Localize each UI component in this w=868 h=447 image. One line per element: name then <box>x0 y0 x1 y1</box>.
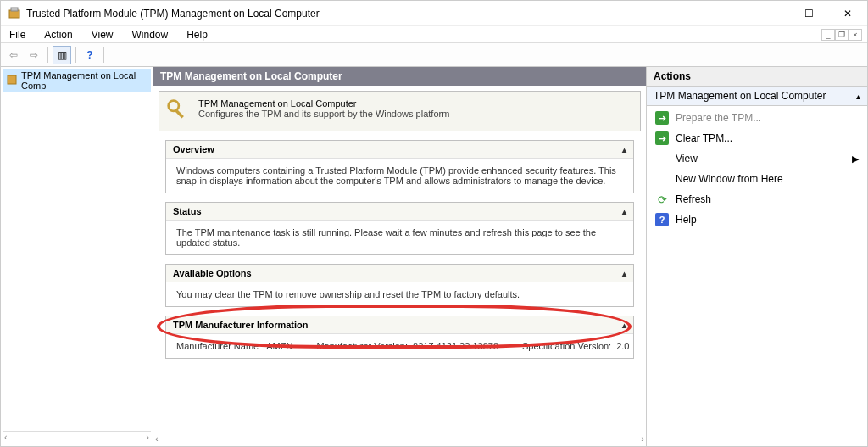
forward-button[interactable]: ⇨ <box>25 46 43 64</box>
titlebar: Trusted Platform Module (TPM) Management… <box>1 1 867 26</box>
intro-subtitle: Configures the TPM and its support by th… <box>198 109 449 119</box>
spec-version-value: 2.0 <box>616 341 629 351</box>
manufacturer-label: TPM Manufacturer Information <box>173 320 309 330</box>
action-new-window[interactable]: New Window from Here <box>647 169 867 189</box>
status-body: The TPM maintenance task is still runnin… <box>166 221 633 254</box>
center-horizontal-scrollbar[interactable]: ‹ › <box>153 433 646 446</box>
key-icon <box>166 98 190 124</box>
minimize-button[interactable]: ─ <box>750 1 789 26</box>
svg-rect-4 <box>175 109 184 118</box>
scroll-left-icon: ‹ <box>155 433 159 446</box>
show-hide-tree-button[interactable]: ▥ <box>53 46 71 64</box>
tree-root-label: TPM Management on Local Comp <box>21 70 147 91</box>
scroll-right-icon: › <box>146 432 149 444</box>
collapse-icon: ▴ <box>622 321 626 330</box>
result-body: TPM Management on Local Computer Configu… <box>153 86 646 433</box>
available-options-header[interactable]: Available Options ▴ <box>166 265 633 282</box>
tpm-chip-icon <box>6 74 18 87</box>
menu-file[interactable]: File <box>6 28 29 42</box>
action-label: Refresh <box>676 193 711 205</box>
action-refresh[interactable]: ⟳ Refresh <box>647 189 867 210</box>
mdi-restore[interactable]: ❐ <box>835 29 849 41</box>
manufacturer-body: Manufacturer Name: AMZN Manufacturer Ver… <box>166 334 633 358</box>
mdi-close[interactable]: × <box>849 29 862 41</box>
action-clear-tpm[interactable]: ➜ Clear TPM... <box>647 128 867 148</box>
mdi-controls: _ ❐ × <box>821 29 862 41</box>
action-view[interactable]: View ▶ <box>647 148 867 169</box>
action-label: New Window from Here <box>676 173 783 185</box>
arrow-right-icon: ➜ <box>655 111 669 125</box>
mfg-version-label: Manufacturer Version: <box>316 341 408 351</box>
status-section: Status ▴ The TPM maintenance task is sti… <box>165 202 634 255</box>
toolbar-separator <box>47 47 48 63</box>
help-icon: ? <box>655 213 669 226</box>
scroll-left-icon: ‹ <box>4 432 8 444</box>
action-label: Help <box>676 214 697 226</box>
overview-section: Overview ▴ Windows computers containing … <box>165 140 634 193</box>
intro-text: TPM Management on Local Computer Configu… <box>198 98 449 124</box>
app-icon <box>8 7 21 20</box>
menubar: File Action View Window Help _ ❐ × <box>1 26 867 43</box>
action-prepare-tpm[interactable]: ➜ Prepare the TPM... <box>647 108 867 128</box>
submenu-arrow-icon: ▶ <box>852 154 859 165</box>
blank-icon <box>655 152 669 165</box>
menu-window[interactable]: Window <box>129 28 172 42</box>
overview-label: Overview <box>173 144 214 154</box>
back-button[interactable]: ⇦ <box>4 46 23 64</box>
toolbar: ⇦ ⇨ ▥ ? <box>1 43 867 67</box>
arrow-right-icon: ➜ <box>655 131 669 145</box>
manufacturer-section: TPM Manufacturer Information ▴ Manufactu… <box>165 316 634 359</box>
intro-title: TPM Management on Local Computer <box>198 98 449 109</box>
mfg-name-value: AMZN <box>266 341 292 351</box>
maximize-button[interactable]: ☐ <box>789 1 828 26</box>
tree-horizontal-scrollbar[interactable]: ‹ › <box>3 431 151 444</box>
refresh-icon: ⟳ <box>655 193 669 206</box>
action-label: View <box>676 153 698 165</box>
actions-subheader-label: TPM Management on Local Computer <box>654 90 826 102</box>
action-help[interactable]: ? Help <box>647 210 867 230</box>
menu-view[interactable]: View <box>88 28 117 42</box>
actions-header: Actions <box>647 67 867 87</box>
help-button[interactable]: ? <box>81 46 99 64</box>
toolbar-separator <box>75 47 76 63</box>
tree-root-item[interactable]: TPM Management on Local Comp <box>3 69 151 92</box>
status-label: Status <box>173 206 202 216</box>
available-options-section: Available Options ▴ You may clear the TP… <box>165 264 634 307</box>
menu-action[interactable]: Action <box>41 28 75 42</box>
collapse-icon: ▴ <box>856 92 860 101</box>
collapse-icon: ▴ <box>622 207 626 216</box>
main-area: TPM Management on Local Comp ‹ › TPM Man… <box>1 67 867 446</box>
intro-banner: TPM Management on Local Computer Configu… <box>159 91 641 131</box>
mfg-version-value: 8217.4131.22.13878 <box>413 341 498 351</box>
spec-version-label: Specification Version: <box>522 341 611 351</box>
scroll-right-icon: › <box>641 433 644 446</box>
svg-rect-2 <box>8 75 16 84</box>
blank-icon <box>655 172 669 186</box>
overview-header[interactable]: Overview ▴ <box>166 141 633 159</box>
manufacturer-header[interactable]: TPM Manufacturer Information ▴ <box>166 316 633 334</box>
result-pane: TPM Management on Local Computer TPM Man… <box>153 67 647 446</box>
status-header[interactable]: Status ▴ <box>166 203 633 221</box>
menu-help[interactable]: Help <box>183 28 211 42</box>
action-label: Clear TPM... <box>676 132 732 144</box>
window-title: Trusted Platform Module (TPM) Management… <box>26 8 750 20</box>
collapse-icon: ▴ <box>622 145 626 154</box>
mdi-minimize[interactable]: _ <box>821 29 835 41</box>
actions-pane: Actions TPM Management on Local Computer… <box>647 67 867 446</box>
mfg-name-label: Manufacturer Name: <box>176 341 261 351</box>
available-options-label: Available Options <box>173 268 252 278</box>
action-label: Prepare the TPM... <box>676 112 761 124</box>
result-header: TPM Management on Local Computer <box>153 67 646 86</box>
actions-subheader[interactable]: TPM Management on Local Computer ▴ <box>647 87 867 106</box>
svg-rect-1 <box>11 8 18 11</box>
close-button[interactable]: ✕ <box>828 1 867 26</box>
overview-body: Windows computers containing a Trusted P… <box>166 159 633 193</box>
available-options-body: You may clear the TPM to remove ownershi… <box>166 282 633 306</box>
toolbar-separator <box>103 47 104 63</box>
collapse-icon: ▴ <box>622 269 626 278</box>
tree-pane: TPM Management on Local Comp ‹ › <box>1 67 153 446</box>
